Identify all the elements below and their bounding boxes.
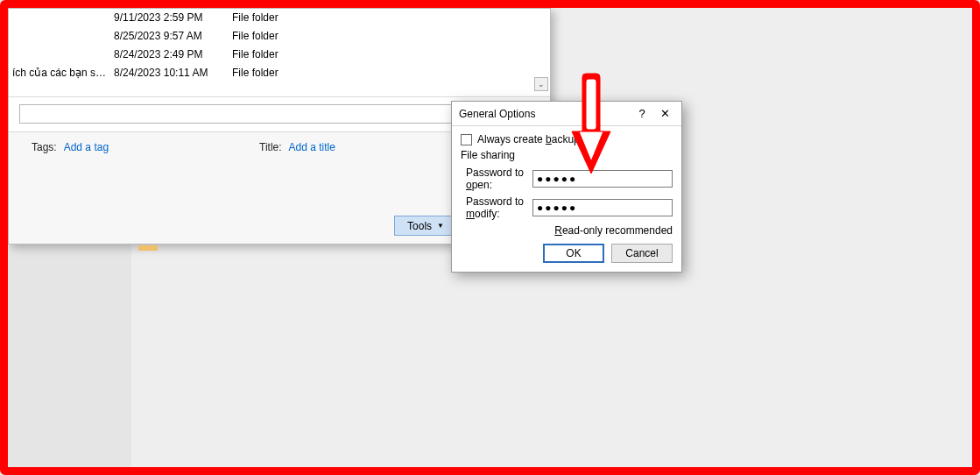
- password-modify-label: Password to modify:: [461, 195, 532, 220]
- options-buttons: OK Cancel: [461, 244, 673, 263]
- tags-label: Tags:: [32, 141, 57, 153]
- readonly-row[interactable]: Read-only recommended: [461, 224, 673, 237]
- file-sharing-header: File sharing: [461, 149, 673, 161]
- dialog-titlebar[interactable]: General Options ? ✕: [452, 102, 681, 126]
- file-row[interactable]: 8/25/2023 9:57 AM File folder: [9, 27, 550, 46]
- scroll-down-button[interactable]: ⌄: [534, 77, 548, 91]
- general-options-dialog: General Options ? ✕ Always create backup…: [451, 101, 682, 273]
- password-open-label: Password to open:: [461, 167, 532, 191]
- close-button[interactable]: ✕: [653, 105, 676, 123]
- chevron-down-icon: ▼: [437, 222, 444, 230]
- password-modify-input[interactable]: [532, 199, 673, 216]
- file-row[interactable]: ích của các bạn s… 8/24/2023 10:11 AM Fi…: [9, 64, 550, 82]
- help-button[interactable]: ?: [631, 105, 653, 123]
- file-date: 8/25/2023 9:57 AM: [114, 27, 232, 46]
- file-type: File folder: [232, 9, 328, 27]
- password-open-input[interactable]: [532, 170, 673, 188]
- title-label: Title:: [259, 141, 282, 153]
- file-date: 8/24/2023 2:49 PM: [114, 46, 232, 64]
- file-type: File folder: [232, 64, 328, 82]
- file-row[interactable]: 8/24/2023 2:49 PM File folder: [9, 46, 550, 64]
- password-modify-row: Password to modify:: [461, 195, 673, 220]
- file-name: [9, 46, 114, 64]
- cancel-button[interactable]: Cancel: [611, 244, 673, 263]
- backup-label: Always create backup: [477, 133, 580, 145]
- ok-button[interactable]: OK: [543, 244, 604, 263]
- cancel-label: Cancel: [625, 247, 658, 259]
- readonly-label: Read-only recommended: [554, 224, 673, 237]
- file-type: File folder: [232, 46, 328, 64]
- tools-label: Tools: [407, 220, 432, 232]
- ok-label: OK: [566, 247, 581, 259]
- file-date: 9/11/2023 2:59 PM: [114, 9, 232, 27]
- tools-button[interactable]: Tools ▼: [394, 216, 457, 236]
- title-input[interactable]: Add a title: [289, 141, 335, 153]
- chevron-down-icon: ⌄: [538, 80, 545, 89]
- password-open-row: Password to open:: [461, 167, 673, 191]
- dialog-title: General Options: [459, 108, 631, 120]
- always-backup-row[interactable]: Always create backup: [461, 133, 673, 145]
- file-type: File folder: [232, 27, 328, 46]
- checkbox-icon[interactable]: [461, 134, 472, 145]
- file-name: [9, 9, 114, 27]
- file-name: [9, 27, 114, 46]
- tags-input[interactable]: Add a tag: [64, 141, 109, 153]
- file-row[interactable]: 9/11/2023 2:59 PM File folder: [9, 9, 550, 27]
- file-list[interactable]: 9/11/2023 2:59 PM File folder 8/25/2023 …: [9, 9, 550, 96]
- file-date: 8/24/2023 10:11 AM: [114, 64, 232, 82]
- file-name: ích của các bạn s…: [9, 64, 114, 82]
- decorative-artifact: [138, 245, 158, 251]
